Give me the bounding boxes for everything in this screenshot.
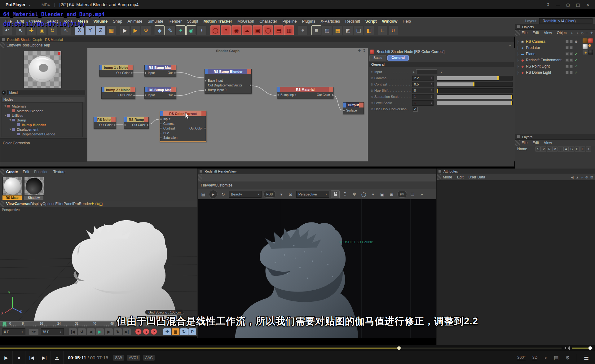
settings-button[interactable]: ⚙ <box>566 355 570 361</box>
record-keyframe-button[interactable]: ⌖ <box>135 328 142 335</box>
instance-object-icon[interactable]: ◩ <box>343 25 353 35</box>
viewport-nav-icon-2[interactable]: ↻ <box>96 202 99 206</box>
generator-tool-icon[interactable]: ◉ <box>186 25 196 35</box>
input-port[interactable] <box>124 124 126 126</box>
attributes-icon-4[interactable]: ⊡ <box>590 175 593 179</box>
tree-item-displacement-blende[interactable]: Displacement Blende <box>2 132 82 136</box>
next-button[interactable]: ▶| <box>38 351 51 364</box>
viewport-menu-panel[interactable]: Panel <box>64 202 73 206</box>
hsv-checkbox[interactable]: ✓ <box>413 107 418 112</box>
input-port[interactable] <box>160 132 162 134</box>
layer-col-l[interactable]: L <box>558 147 563 151</box>
keyframe-snap-button[interactable]: ▣ <box>172 328 179 335</box>
output-port[interactable] <box>249 84 252 86</box>
object-name[interactable]: Predator <box>526 46 540 50</box>
start-frame-field[interactable]: 0 F⇕ <box>2 328 25 335</box>
viewport-menu-prorender[interactable]: ProRender <box>73 202 91 206</box>
renderview-titlebar[interactable]: Redshift RenderView <box>198 169 436 174</box>
add-image-button[interactable]: ⊞ <box>388 191 395 198</box>
expand-arrow-icon[interactable]: ▼ <box>9 119 12 121</box>
seek-bar[interactable] <box>0 348 562 349</box>
nodes-header[interactable]: Nodes <box>2 97 85 102</box>
vis-render-chip[interactable] <box>570 65 573 68</box>
region-dd-icon[interactable]: ▾ <box>369 191 377 198</box>
objects-icon-3[interactable]: ✚ <box>590 31 593 35</box>
loop-button[interactable]: ↻ <box>180 328 188 335</box>
node-output-6[interactable]: OutputSurface <box>343 102 364 114</box>
layers-menu-edit[interactable]: Edit <box>532 141 539 145</box>
material-thumb-rs-mate[interactable]: RS Mate <box>2 177 22 200</box>
vis-editor-chip[interactable] <box>566 52 569 55</box>
grip-icon[interactable] <box>515 140 520 146</box>
section-header[interactable]: General <box>369 62 514 67</box>
value-field[interactable]: 0.5⇕ <box>412 82 434 87</box>
key-dot-icon[interactable]: ◎ <box>369 107 374 111</box>
menu-animate[interactable]: Animate <box>128 19 143 24</box>
edit-texture-icon[interactable]: ∕ <box>442 70 442 74</box>
cube-primitive-icon[interactable]: ■ <box>311 25 321 35</box>
null-object-icon[interactable]: ▢ <box>354 25 364 35</box>
sculpt-brush-icon[interactable]: ● <box>298 25 308 35</box>
menu-help[interactable]: Help <box>403 19 411 24</box>
layers-menu-view[interactable]: View <box>544 141 552 145</box>
rs-camera-icon[interactable]: ◉ <box>231 25 241 35</box>
layer-col-e[interactable]: E <box>580 147 585 151</box>
key-dot-icon[interactable]: ◎ <box>369 95 374 98</box>
input-port[interactable] <box>144 94 147 96</box>
rv-menu-view[interactable]: View <box>207 183 215 187</box>
input-port[interactable] <box>160 118 162 120</box>
key-dot-icon[interactable]: ● <box>369 70 374 73</box>
material-tag-white-icon[interactable] <box>583 44 588 49</box>
vis-render-chip[interactable] <box>570 71 573 74</box>
region-button[interactable]: ◯ <box>360 191 368 198</box>
objects-menu-view[interactable]: View <box>544 31 552 35</box>
material-thumb-shadow[interactable]: Shadow <box>24 177 43 200</box>
maximize-button[interactable]: ▢ <box>564 1 572 8</box>
subtitles-button[interactable]: ▤ <box>554 355 558 361</box>
material-menu-texture[interactable]: Texture <box>53 170 65 174</box>
vis-editor-chip[interactable] <box>566 71 569 74</box>
menu-character[interactable]: Character <box>259 19 277 24</box>
object-name[interactable]: Plane <box>526 52 536 56</box>
go-to-start-button[interactable]: |◀ <box>69 328 77 335</box>
playlist-search-button[interactable]: ⌕ <box>544 355 547 361</box>
enable-check[interactable]: ⊕ <box>574 40 578 44</box>
pv-button[interactable]: PV <box>397 191 407 198</box>
stepper-icon[interactable]: ⇕ <box>430 89 433 92</box>
slider-track[interactable] <box>437 76 513 81</box>
tree-item-materials[interactable]: ▼Materials <box>2 104 82 108</box>
layer-col-d[interactable]: D <box>575 147 580 151</box>
node-rs-bump-map-1[interactable]: RS Bump MapInputOut <box>144 65 176 77</box>
slider-handle[interactable] <box>437 89 438 93</box>
stepper-icon[interactable]: ⇕ <box>430 95 433 98</box>
value-field[interactable]: 1⇕ <box>412 94 434 99</box>
pen-tool-icon[interactable]: ✎ <box>165 25 175 35</box>
output-port[interactable] <box>147 124 149 126</box>
crop-button[interactable]: ⊡ <box>287 191 294 198</box>
polygon-object-icon[interactable]: ◧ <box>364 25 374 35</box>
app-menu-chevron-icon[interactable]: ⌄ <box>28 3 31 7</box>
object-name[interactable]: RS Dome Light <box>526 70 551 75</box>
node-rs-material-5[interactable]: RS MaterialBump InputOut Color <box>277 87 333 99</box>
objects-icon-0[interactable]: ⌕ <box>577 31 579 35</box>
rs-light-icon[interactable]: ¤ <box>221 25 231 35</box>
menu-redshift[interactable]: Redshift <box>345 19 360 24</box>
grip-icon[interactable] <box>0 169 4 175</box>
shader-menu-help[interactable]: Help <box>42 43 50 47</box>
output-port[interactable] <box>131 72 133 74</box>
layout-select[interactable]: Redshift_v14 (User) <box>539 18 593 24</box>
output-port[interactable] <box>331 94 333 96</box>
channel-select[interactable]: RGB <box>263 191 276 198</box>
input-port[interactable] <box>144 72 147 74</box>
enable-check[interactable]: ✓ <box>574 52 578 56</box>
menu-plugins[interactable]: Plugins <box>302 19 315 24</box>
close-button[interactable]: ✕ <box>584 1 592 8</box>
lock-button[interactable] <box>331 190 340 198</box>
figure-primitive-icon[interactable]: ▨ <box>322 25 332 35</box>
vis-render-chip[interactable] <box>570 52 573 55</box>
output-port[interactable] <box>174 94 176 96</box>
frame-step-buttons[interactable]: ◀▶ <box>29 329 38 335</box>
object-row-rs-dome-light[interactable]: ├◆RS Dome Light✓ <box>515 69 595 76</box>
slider-handle[interactable] <box>473 82 474 86</box>
attributes-icon-1[interactable]: ▲ <box>576 175 579 179</box>
